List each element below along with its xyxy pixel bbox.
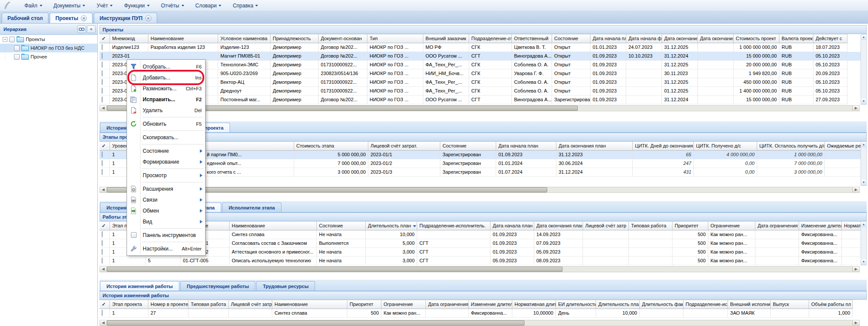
row-checkbox[interactable]	[102, 310, 103, 316]
projects-hscrollbar[interactable]: ◀ ▶	[99, 105, 860, 111]
table-row[interactable]: Изделие123Разработка изделия 123Изделие-…	[99, 43, 867, 52]
menu-item-скопировать[interactable]: Скопировать...	[127, 132, 205, 143]
stages-vscrollbar[interactable]: ▲ ▼	[861, 141, 867, 186]
column-header-6[interactable]: Тип	[367, 34, 423, 43]
scroll-down-icon[interactable]: ▼	[861, 259, 866, 265]
menu-item-размножить[interactable]: Размножить...Ctrl+F3	[127, 83, 205, 94]
column-header-13[interactable]: Длительность фак	[640, 300, 683, 309]
column-header-6[interactable]: Длительность план	[366, 221, 417, 230]
row-checkbox[interactable]	[102, 240, 103, 246]
scroll-up-icon[interactable]: ▲	[861, 222, 866, 227]
column-header-4[interactable]: Наименование	[230, 221, 317, 230]
row-checkbox[interactable]	[102, 79, 103, 85]
row-checkbox[interactable]	[102, 257, 103, 264]
table-row[interactable]: 1101-СГТ-001Согласовать состав с Заказчи…	[99, 239, 867, 248]
column-header-check[interactable]: ✓	[99, 300, 110, 309]
table-row[interactable]: 2023-04Вектор-АЦДемопример017310000922..…	[99, 78, 867, 87]
column-header-11[interactable]: ЕИ длительности	[556, 300, 596, 309]
row-checkbox[interactable]	[102, 169, 103, 175]
column-header-16[interactable]: Валюта проекта	[779, 34, 813, 43]
row-checkbox[interactable]	[102, 151, 103, 158]
column-header-2[interactable]: Номер в проекте	[148, 300, 189, 309]
tree-item-2[interactable]: НИОКР по ГОЗ без НДС	[0, 44, 97, 52]
tab-work_history-2[interactable]: Предшествующие работы	[180, 281, 255, 291]
column-header-12[interactable]: Дата начала факт.	[626, 34, 662, 43]
column-header-6[interactable]: Приоритет	[347, 300, 381, 309]
scroll-up-icon[interactable]: ▲	[861, 142, 866, 148]
work-history-hscrollbar[interactable]: ◀ ▶	[99, 320, 860, 326]
find-icon[interactable]	[77, 25, 86, 33]
column-header-14[interactable]: Дата окончания ф	[698, 34, 734, 43]
scrollbar-thumb[interactable]	[107, 320, 525, 326]
menu-item-отобрать[interactable]: Отобрать...F6	[127, 61, 205, 72]
stages-hscrollbar[interactable]: ◀ ▶	[99, 187, 860, 193]
menu-item-настройки[interactable]: Настройки...Alt+Enter	[127, 243, 205, 254]
column-header-5[interactable]: Документ-основан	[319, 34, 367, 43]
table-row[interactable]: 1еденной опыт...7 000 000,002023-01/2Зар…	[99, 159, 867, 168]
column-header-11[interactable]: Типовая работа	[629, 221, 672, 230]
tab-work_history-1[interactable]: История изменений работы	[100, 281, 179, 291]
column-header-7[interactable]: Внешний заказчик	[423, 34, 469, 43]
scroll-down-icon[interactable]: ▼	[861, 180, 866, 185]
column-header-8[interactable]: Дата ограничения	[426, 300, 469, 309]
column-header-7[interactable]: Ограничение	[381, 300, 426, 309]
column-header-3[interactable]: Условное наименова	[218, 34, 271, 43]
table-row[interactable]: 2023-02Технология-ЭМСДемопример017310000…	[99, 61, 867, 69]
column-header-3[interactable]: Стоимость этапа	[294, 141, 368, 151]
scroll-left-icon[interactable]: ◀	[100, 267, 107, 272]
workspace-tab-1[interactable]: Рабочий стол	[2, 13, 48, 23]
column-header-4[interactable]: Принадлежность	[271, 34, 319, 43]
column-header-8[interactable]: Дата начала план	[491, 221, 534, 230]
menu-dictionaries[interactable]: Словари	[191, 1, 226, 10]
menu-item-формирование[interactable]: Формирование	[127, 156, 205, 167]
column-header-17[interactable]: Действует с	[813, 34, 847, 43]
menu-functions[interactable]: Функции	[120, 1, 154, 10]
column-header-12[interactable]: Приоритет	[672, 221, 708, 230]
column-header-14[interactable]: Дата ограничения	[755, 221, 799, 230]
column-header-8[interactable]: ЦИТК. Дней до окончания	[633, 141, 694, 151]
menu-item-обмен[interactable]: Обмен	[127, 205, 205, 216]
column-header-1[interactable]: Мнемокод	[110, 34, 148, 43]
column-header-5[interactable]: Состояние	[440, 141, 496, 151]
scroll-left-icon[interactable]: ◀	[100, 320, 107, 326]
scroll-left-icon[interactable]: ◀	[100, 187, 107, 192]
collapse-panel-icon[interactable]: «	[87, 25, 96, 33]
column-header-4[interactable]: Лицевой счёт затр	[229, 300, 272, 309]
menu-item-исправить[interactable]: Исправить...F2	[127, 94, 205, 105]
menu-item-расширения[interactable]: Расширения	[127, 183, 205, 194]
table-row[interactable]: 1501-СГТ-005Описать используемую техноло…	[99, 257, 867, 265]
table-row[interactable]: 1кого отчета с ...3 000 000,002023-01/3З…	[99, 168, 867, 177]
column-header-12[interactable]: Длительность пла	[596, 300, 640, 309]
column-header-17[interactable]: Объём работы пл	[809, 300, 853, 309]
column-header-8[interactable]: Подразделение-от	[469, 34, 512, 43]
menu-documents[interactable]: Документы	[49, 1, 90, 10]
table-row[interactable]: 2023-03905-U020-23/269Демопример230823/0…	[99, 69, 867, 78]
column-header-check[interactable]: ✓	[99, 141, 110, 151]
table-row[interactable]: 2023-05ДредноутДемопример017310000922...…	[99, 87, 867, 96]
column-header-check[interactable]: ✓	[99, 34, 110, 43]
menu-accounting[interactable]: Учёт	[92, 1, 117, 10]
column-header-9[interactable]: ЦИТК. Получено д/с	[694, 141, 757, 151]
column-header-6[interactable]: Дата начала план	[496, 141, 556, 151]
column-header-10[interactable]: Нормативная длит	[512, 300, 556, 309]
works-hscrollbar[interactable]: ◀ ▶	[99, 266, 860, 272]
scroll-right-icon[interactable]: ▶	[852, 106, 859, 111]
column-header-3[interactable]: Типовая работа	[189, 300, 229, 309]
menu-item-состояние[interactable]: Состояние	[127, 145, 205, 156]
close-tab-icon[interactable]: ×	[145, 15, 151, 21]
menu-item-вид[interactable]: Вид	[127, 216, 205, 227]
table-row[interactable]: 127Синтез сплава500Как можно ран...Фикси…	[99, 309, 867, 318]
column-header-11[interactable]: Дата начала план.	[590, 34, 626, 43]
row-checkbox[interactable]	[102, 62, 103, 68]
column-header-check[interactable]: ✓	[99, 221, 110, 230]
column-header-4[interactable]: Лицевой счёт затрат.	[368, 141, 440, 151]
row-checkbox[interactable]	[102, 160, 103, 166]
works-vscrollbar[interactable]: ▲ ▼	[861, 221, 867, 265]
tree-checkbox[interactable]	[14, 54, 20, 60]
column-header-15[interactable]: Изменение длител	[799, 221, 842, 230]
scrollbar-thumb[interactable]	[107, 267, 563, 272]
menu-item-панельинструментов[interactable]: Панель инструментов	[127, 230, 205, 240]
menu-item-обновить[interactable]: ОбновитьF5	[127, 118, 205, 129]
menu-file[interactable]: Файл	[20, 1, 47, 10]
scroll-right-icon[interactable]: ▶	[852, 267, 859, 272]
